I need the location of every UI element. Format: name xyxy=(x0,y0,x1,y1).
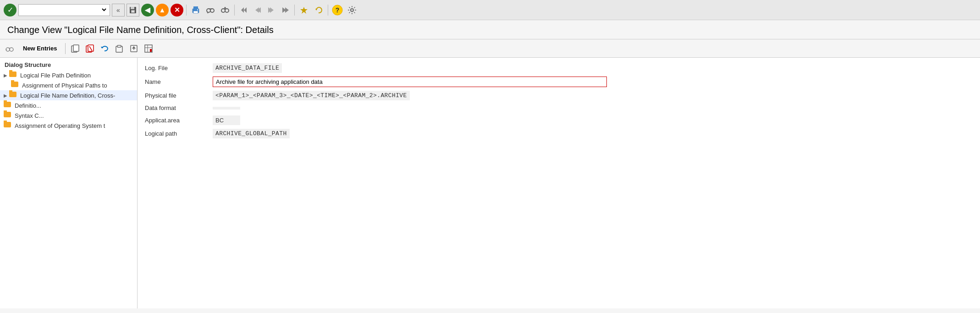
sec-sep-1 xyxy=(65,43,66,54)
print-icon xyxy=(191,5,200,15)
paste-icon xyxy=(115,44,123,53)
applicat-area-value: BC xyxy=(209,114,973,127)
first-record-button[interactable] xyxy=(237,4,250,16)
folder-icon-6 xyxy=(4,122,12,129)
nav-next-icon xyxy=(267,6,275,14)
name-input[interactable] xyxy=(213,77,607,87)
svg-rect-35 xyxy=(73,45,79,51)
dialog-structure-panel: Dialog Structure ▶ Logical File Path Def… xyxy=(0,58,138,308)
back-double-button[interactable]: « xyxy=(112,4,125,16)
back-button[interactable]: ◀ xyxy=(141,4,154,16)
save-icon xyxy=(129,6,137,14)
physical-file-label: Physical file xyxy=(145,89,209,102)
settings-icon xyxy=(347,5,357,15)
undo-arrow-icon xyxy=(100,44,109,53)
nav-last-icon xyxy=(281,6,289,14)
separator-4 xyxy=(328,5,328,16)
binoculars-icon xyxy=(206,6,215,14)
logical-path-field: ARCHIVE_GLOBAL_PATH xyxy=(213,129,290,138)
tree-item-assignment-physical[interactable]: Assignment of Physical Paths to xyxy=(0,80,137,90)
tree-item-definition[interactable]: Definitio... xyxy=(0,100,137,110)
tree-item-logical-file-name[interactable]: ▶ Logical File Name Definition, Cross- D… xyxy=(0,90,137,100)
nav-dropdown[interactable] xyxy=(18,4,110,16)
data-format-label: Data format xyxy=(145,102,209,114)
paste-button[interactable] xyxy=(113,43,125,55)
star-icon xyxy=(300,6,308,14)
svg-point-13 xyxy=(225,9,229,12)
copy-row-button[interactable] xyxy=(69,43,81,55)
undo-button[interactable] xyxy=(99,43,110,55)
new-entries-button[interactable]: New Entries xyxy=(18,44,61,53)
cancel-button[interactable]: ✕ xyxy=(171,4,183,16)
name-value xyxy=(209,75,973,89)
find-button-2[interactable] xyxy=(219,4,231,16)
applicat-area-field: BC xyxy=(213,115,240,125)
secondary-toolbar: New Entries xyxy=(0,39,980,58)
tree-label-2: Assignment of Physical Paths to xyxy=(22,82,107,89)
history-button[interactable] xyxy=(312,4,325,16)
svg-marker-24 xyxy=(285,7,289,13)
configure-button[interactable] xyxy=(143,43,154,55)
expand-arrow-3: ▶ xyxy=(4,93,7,98)
up-button[interactable]: ▲ xyxy=(156,4,169,16)
data-format-value xyxy=(209,102,973,114)
name-label: Name xyxy=(145,75,209,89)
tree-label-4: Definitio... xyxy=(15,102,41,109)
svg-rect-7 xyxy=(197,9,198,10)
main-content: Dialog Structure ▶ Logical File Path Def… xyxy=(0,58,980,308)
find-button-1[interactable] xyxy=(204,4,217,16)
detail-form: Log. File ARCHIVE_DATA_FILE Name Physica… xyxy=(145,61,973,140)
log-file-value: ARCHIVE_DATA_FILE xyxy=(209,61,973,75)
expand-arrow-1: ▶ xyxy=(4,73,7,78)
copy-icon xyxy=(71,44,79,53)
tree-label-1: Logical File Path Definition xyxy=(20,72,91,79)
log-file-label: Log. File xyxy=(145,61,209,75)
physical-file-value: <PARAM_1>_<PARAM_3>_<DATE>_<TIME>_<PARAM… xyxy=(209,89,973,102)
export-button[interactable] xyxy=(128,43,140,55)
save-button[interactable] xyxy=(127,4,139,16)
prev-record-button[interactable] xyxy=(251,4,264,16)
binoculars-plus-icon xyxy=(221,6,229,14)
help-icon: ? xyxy=(332,5,343,16)
settings-button[interactable] xyxy=(346,4,358,16)
nav-prev-icon xyxy=(253,6,262,14)
tree-item-syntax[interactable]: Syntax C... xyxy=(0,110,137,121)
svg-point-8 xyxy=(207,9,210,12)
folder-icon-3 xyxy=(9,92,17,99)
tree-label-5: Syntax C... xyxy=(15,112,44,119)
display-change-icon[interactable] xyxy=(4,43,16,55)
nav-select[interactable] xyxy=(21,6,108,14)
nav-first-icon xyxy=(240,6,248,14)
tree-item-assignment-os[interactable]: Assignment of Operating System t xyxy=(0,121,137,131)
svg-marker-25 xyxy=(300,7,308,14)
separator-2 xyxy=(234,5,235,16)
bookmark-button[interactable] xyxy=(297,4,310,16)
help-button[interactable]: ? xyxy=(331,4,344,16)
logical-path-value: ARCHIVE_GLOBAL_PATH xyxy=(209,127,973,140)
next-record-button[interactable] xyxy=(265,4,278,16)
svg-rect-3 xyxy=(132,11,134,12)
physical-file-field: <PARAM_1>_<PARAM_3>_<DATE>_<TIME>_<PARAM… xyxy=(213,91,410,100)
svg-rect-6 xyxy=(193,11,198,13)
page-title: Change View "Logical File Name Definitio… xyxy=(0,20,980,39)
export-icon xyxy=(130,44,138,53)
folder-icon-5 xyxy=(4,112,12,119)
undo-icon xyxy=(314,6,323,14)
tree-item-logical-file-path[interactable]: ▶ Logical File Path Definition xyxy=(0,70,137,80)
svg-marker-44 xyxy=(132,46,136,49)
accept-button[interactable]: ✓ xyxy=(4,4,17,16)
svg-point-31 xyxy=(10,48,13,51)
print-button[interactable] xyxy=(189,4,202,16)
separator-3 xyxy=(294,5,295,16)
applicat-area-label: Applicat.area xyxy=(145,114,209,127)
last-record-button[interactable] xyxy=(279,4,292,16)
folder-icon-4 xyxy=(4,102,12,109)
svg-point-9 xyxy=(210,9,214,12)
svg-rect-1 xyxy=(131,7,134,9)
svg-text:?: ? xyxy=(336,6,340,14)
folder-icon-1 xyxy=(9,71,17,79)
svg-point-12 xyxy=(221,9,225,12)
svg-marker-18 xyxy=(244,7,247,13)
delete-row-button[interactable] xyxy=(84,43,96,55)
log-file-field: ARCHIVE_DATA_FILE xyxy=(213,63,282,73)
